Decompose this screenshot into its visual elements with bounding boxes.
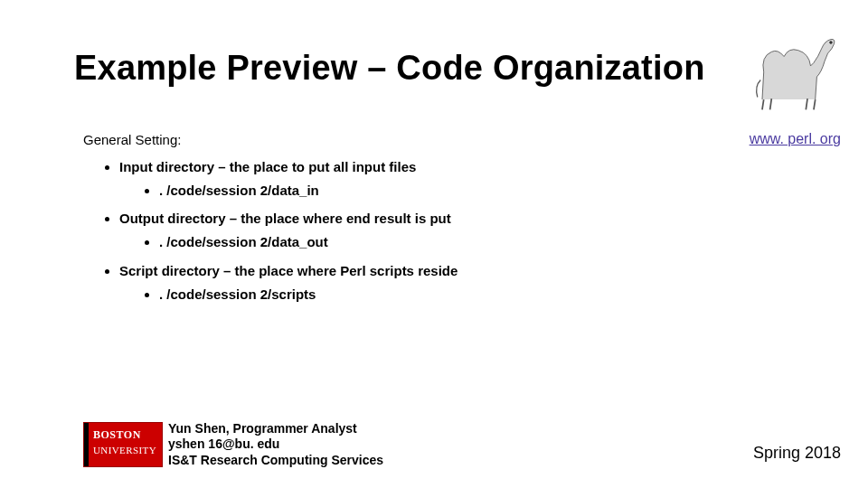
author-email: yshen 16@bu. edu [168,436,383,453]
item-path: . /code/session 2/data_in [159,181,458,201]
item-path: . /code/session 2/scripts [159,285,458,305]
author-block: Yun Shen, Programmer Analyst yshen 16@bu… [168,421,383,469]
list-item: Output directory – the place where end r… [119,209,458,252]
general-setting-label: General Setting: [83,130,458,150]
camel-icon [746,25,841,111]
item-heading: Input directory – the place to put all i… [119,159,416,174]
bu-logo-icon: BOSTON UNIVERSITY [83,422,163,467]
item-path: . /code/session 2/data_out [159,232,458,252]
footer: BOSTON UNIVERSITY Yun Shen, Programmer A… [83,421,383,469]
term-label: Spring 2018 [753,444,841,463]
list-item: Input directory – the place to put all i… [119,157,458,201]
content-body: General Setting: Input directory – the p… [83,130,458,313]
perl-org-link[interactable]: www. perl. org [750,131,841,147]
author-dept: IS&T Research Computing Services [168,453,383,469]
slide: Example Preview – Code Organization www.… [0,0,868,488]
slide-title: Example Preview – Code Organization [74,49,705,88]
bu-logo-line2: UNIVERSITY [93,445,156,455]
item-heading: Output directory – the place where end r… [119,211,451,226]
settings-list: Input directory – the place to put all i… [119,157,458,305]
item-heading: Script directory – the place where Perl … [119,263,458,278]
svg-point-0 [830,42,833,44]
bu-logo-line1: BOSTON [93,428,141,442]
author-name: Yun Shen, Programmer Analyst [168,421,383,437]
list-item: Script directory – the place where Perl … [119,261,458,305]
